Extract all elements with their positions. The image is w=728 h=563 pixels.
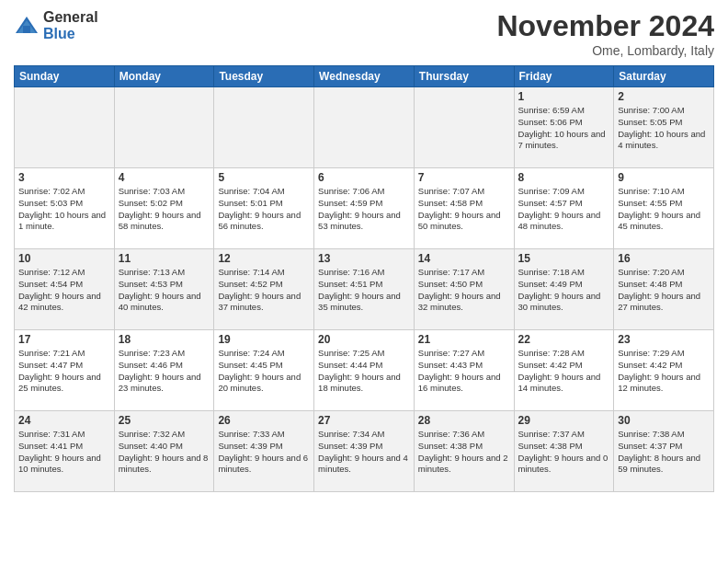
- table-row: 25Sunrise: 7:32 AM Sunset: 4:40 PM Dayli…: [114, 411, 214, 492]
- month-title: November 2024: [496, 9, 714, 43]
- day-info: Sunrise: 7:07 AM Sunset: 4:58 PM Dayligh…: [418, 186, 510, 233]
- day-number: 24: [18, 414, 110, 427]
- day-info: Sunrise: 7:04 AM Sunset: 5:01 PM Dayligh…: [218, 186, 310, 233]
- day-number: 6: [318, 171, 410, 184]
- day-number: 30: [618, 414, 710, 427]
- table-row: 11Sunrise: 7:13 AM Sunset: 4:53 PM Dayli…: [114, 249, 214, 330]
- table-row: [414, 87, 514, 168]
- day-info: Sunrise: 7:18 AM Sunset: 4:49 PM Dayligh…: [518, 267, 610, 314]
- day-info: Sunrise: 7:16 AM Sunset: 4:51 PM Dayligh…: [318, 267, 410, 314]
- day-info: Sunrise: 7:03 AM Sunset: 5:02 PM Dayligh…: [119, 186, 210, 233]
- header-wednesday: Wednesday: [314, 66, 415, 87]
- table-row: 3Sunrise: 7:02 AM Sunset: 5:03 PM Daylig…: [15, 168, 115, 249]
- day-info: Sunrise: 7:25 AM Sunset: 4:44 PM Dayligh…: [318, 348, 410, 395]
- day-number: 19: [218, 333, 310, 346]
- day-number: 21: [418, 333, 510, 346]
- table-row: 9Sunrise: 7:10 AM Sunset: 4:55 PM Daylig…: [614, 168, 714, 249]
- day-number: 14: [418, 252, 510, 265]
- table-row: 20Sunrise: 7:25 AM Sunset: 4:44 PM Dayli…: [314, 330, 415, 411]
- location: Ome, Lombardy, Italy: [496, 43, 714, 58]
- table-row: 27Sunrise: 7:34 AM Sunset: 4:39 PM Dayli…: [314, 411, 415, 492]
- header-saturday: Saturday: [614, 66, 714, 87]
- day-info: Sunrise: 7:06 AM Sunset: 4:59 PM Dayligh…: [318, 186, 410, 233]
- table-row: 13Sunrise: 7:16 AM Sunset: 4:51 PM Dayli…: [314, 249, 415, 330]
- day-info: Sunrise: 7:14 AM Sunset: 4:52 PM Dayligh…: [218, 267, 310, 314]
- day-number: 23: [618, 333, 710, 346]
- table-row: 2Sunrise: 7:00 AM Sunset: 5:05 PM Daylig…: [614, 87, 714, 168]
- header: General Blue November 2024 Ome, Lombardy…: [14, 9, 714, 58]
- table-row: [114, 87, 214, 168]
- day-info: Sunrise: 7:31 AM Sunset: 4:41 PM Dayligh…: [18, 429, 110, 476]
- day-info: Sunrise: 7:02 AM Sunset: 5:03 PM Dayligh…: [18, 186, 110, 233]
- calendar-week-row: 1Sunrise: 6:59 AM Sunset: 5:06 PM Daylig…: [15, 87, 714, 168]
- day-info: Sunrise: 7:32 AM Sunset: 4:40 PM Dayligh…: [119, 429, 210, 476]
- day-info: Sunrise: 7:17 AM Sunset: 4:50 PM Dayligh…: [418, 267, 510, 314]
- table-row: 19Sunrise: 7:24 AM Sunset: 4:45 PM Dayli…: [214, 330, 314, 411]
- calendar-table: Sunday Monday Tuesday Wednesday Thursday…: [14, 65, 714, 492]
- table-row: 26Sunrise: 7:33 AM Sunset: 4:39 PM Dayli…: [214, 411, 314, 492]
- table-row: [15, 87, 115, 168]
- table-row: 6Sunrise: 7:06 AM Sunset: 4:59 PM Daylig…: [314, 168, 415, 249]
- table-row: 7Sunrise: 7:07 AM Sunset: 4:58 PM Daylig…: [414, 168, 514, 249]
- header-sunday: Sunday: [15, 66, 115, 87]
- day-number: 29: [518, 414, 610, 427]
- day-number: 17: [18, 333, 110, 346]
- day-info: Sunrise: 7:36 AM Sunset: 4:38 PM Dayligh…: [418, 429, 510, 476]
- logo: General Blue: [14, 9, 98, 41]
- day-number: 2: [618, 90, 710, 103]
- day-number: 15: [518, 252, 610, 265]
- calendar-week-row: 10Sunrise: 7:12 AM Sunset: 4:54 PM Dayli…: [15, 249, 714, 330]
- logo-general-text: General: [43, 9, 98, 26]
- day-number: 27: [318, 414, 410, 427]
- day-info: Sunrise: 7:21 AM Sunset: 4:47 PM Dayligh…: [18, 348, 110, 395]
- table-row: 8Sunrise: 7:09 AM Sunset: 4:57 PM Daylig…: [514, 168, 614, 249]
- table-row: 17Sunrise: 7:21 AM Sunset: 4:47 PM Dayli…: [15, 330, 115, 411]
- day-number: 12: [218, 252, 310, 265]
- table-row: 14Sunrise: 7:17 AM Sunset: 4:50 PM Dayli…: [414, 249, 514, 330]
- table-row: 12Sunrise: 7:14 AM Sunset: 4:52 PM Dayli…: [214, 249, 314, 330]
- table-row: 16Sunrise: 7:20 AM Sunset: 4:48 PM Dayli…: [614, 249, 714, 330]
- day-info: Sunrise: 7:09 AM Sunset: 4:57 PM Dayligh…: [518, 186, 610, 233]
- day-info: Sunrise: 7:27 AM Sunset: 4:43 PM Dayligh…: [418, 348, 510, 395]
- table-row: [314, 87, 415, 168]
- day-info: Sunrise: 7:28 AM Sunset: 4:42 PM Dayligh…: [518, 348, 610, 395]
- table-row: 4Sunrise: 7:03 AM Sunset: 5:02 PM Daylig…: [114, 168, 214, 249]
- header-tuesday: Tuesday: [214, 66, 314, 87]
- day-number: 3: [18, 171, 110, 184]
- logo-icon: [14, 13, 40, 39]
- day-number: 18: [119, 333, 210, 346]
- day-number: 16: [618, 252, 710, 265]
- day-number: 9: [618, 171, 710, 184]
- day-info: Sunrise: 7:33 AM Sunset: 4:39 PM Dayligh…: [218, 429, 310, 476]
- day-info: Sunrise: 7:20 AM Sunset: 4:48 PM Dayligh…: [618, 267, 710, 314]
- table-row: 10Sunrise: 7:12 AM Sunset: 4:54 PM Dayli…: [15, 249, 115, 330]
- page: General Blue November 2024 Ome, Lombardy…: [0, 0, 728, 563]
- day-number: 10: [18, 252, 110, 265]
- logo-text: General Blue: [43, 9, 98, 41]
- header-friday: Friday: [514, 66, 614, 87]
- day-number: 26: [218, 414, 310, 427]
- calendar-week-row: 24Sunrise: 7:31 AM Sunset: 4:41 PM Dayli…: [15, 411, 714, 492]
- day-number: 22: [518, 333, 610, 346]
- day-number: 4: [119, 171, 210, 184]
- table-row: 5Sunrise: 7:04 AM Sunset: 5:01 PM Daylig…: [214, 168, 314, 249]
- day-number: 1: [518, 90, 610, 103]
- day-info: Sunrise: 7:23 AM Sunset: 4:46 PM Dayligh…: [119, 348, 210, 395]
- day-info: Sunrise: 7:37 AM Sunset: 4:38 PM Dayligh…: [518, 429, 610, 476]
- svg-rect-2: [23, 26, 30, 33]
- day-info: Sunrise: 7:13 AM Sunset: 4:53 PM Dayligh…: [119, 267, 210, 314]
- day-number: 5: [218, 171, 310, 184]
- day-number: 8: [518, 171, 610, 184]
- table-row: 22Sunrise: 7:28 AM Sunset: 4:42 PM Dayli…: [514, 330, 614, 411]
- day-number: 13: [318, 252, 410, 265]
- title-block: November 2024 Ome, Lombardy, Italy: [496, 9, 714, 58]
- day-number: 11: [119, 252, 210, 265]
- table-row: 1Sunrise: 6:59 AM Sunset: 5:06 PM Daylig…: [514, 87, 614, 168]
- day-info: Sunrise: 7:29 AM Sunset: 4:42 PM Dayligh…: [618, 348, 710, 395]
- day-info: Sunrise: 7:38 AM Sunset: 4:37 PM Dayligh…: [618, 429, 710, 476]
- table-row: 24Sunrise: 7:31 AM Sunset: 4:41 PM Dayli…: [15, 411, 115, 492]
- day-number: 25: [119, 414, 210, 427]
- day-info: Sunrise: 7:00 AM Sunset: 5:05 PM Dayligh…: [618, 105, 710, 152]
- day-info: Sunrise: 7:10 AM Sunset: 4:55 PM Dayligh…: [618, 186, 710, 233]
- logo-blue-text: Blue: [43, 26, 98, 42]
